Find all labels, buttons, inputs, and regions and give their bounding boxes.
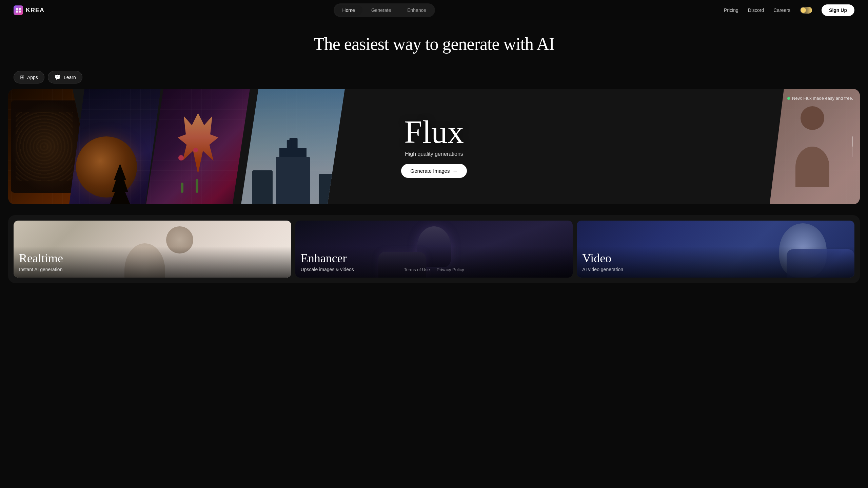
svg-rect-3 — [19, 11, 21, 13]
enhancer-card-content: Enhancer Upscale images & videos — [295, 246, 573, 278]
flux-card[interactable]: Flux High quality generations Generate I… — [8, 89, 860, 204]
navbar-right: Pricing Discord Careers Sign Up — [724, 4, 854, 16]
new-badge-text: New: Flux made easy and free. — [792, 96, 853, 101]
footer-links: Terms of Use Privacy Policy — [404, 267, 464, 272]
terms-link[interactable]: Terms of Use — [404, 267, 430, 272]
careers-link[interactable]: Careers — [773, 7, 790, 13]
discord-link[interactable]: Discord — [748, 7, 764, 13]
logo-icon[interactable] — [14, 5, 23, 15]
flux-subtitle: High quality generations — [405, 151, 463, 157]
video-title: Video — [582, 252, 849, 265]
filter-pills: ⊞ Apps 💬 Learn — [0, 71, 868, 83]
nav-tabs: Home Generate Enhance — [334, 3, 435, 17]
hero-title: The easiest way to generate with AI — [0, 34, 868, 54]
svg-rect-1 — [19, 8, 21, 10]
generate-images-button[interactable]: Generate Images → — [401, 164, 467, 178]
new-dot — [787, 97, 790, 100]
realtime-subtitle: Instant AI generation — [19, 267, 286, 272]
signup-button[interactable]: Sign Up — [822, 4, 854, 16]
tab-generate[interactable]: Generate — [364, 5, 398, 16]
tab-home[interactable]: Home — [335, 5, 362, 16]
new-badge: New: Flux made easy and free. — [787, 96, 853, 101]
realtime-card[interactable]: Realtime Instant AI generation — [14, 221, 291, 278]
apps-icon: ⊞ — [20, 74, 24, 80]
tab-enhance[interactable]: Enhance — [400, 5, 433, 16]
navbar-left: KREA — [14, 5, 44, 15]
pricing-link[interactable]: Pricing — [724, 7, 738, 13]
video-card-content: Video AI video generation — [577, 246, 854, 278]
pill-learn-label: Learn — [64, 75, 76, 80]
pill-apps[interactable]: ⊞ Apps — [14, 71, 44, 83]
main-content: Flux High quality generations Generate I… — [0, 89, 868, 283]
realtime-card-content: Realtime Instant AI generation — [14, 246, 291, 278]
generate-images-label: Generate Images — [411, 168, 450, 174]
theme-toggle-knob — [801, 7, 806, 13]
privacy-link[interactable]: Privacy Policy — [437, 267, 464, 272]
enhancer-title: Enhancer — [301, 252, 568, 265]
svg-rect-2 — [16, 11, 18, 13]
pill-learn[interactable]: 💬 Learn — [48, 71, 82, 83]
flux-title: Flux — [404, 116, 464, 148]
video-subtitle: AI video generation — [582, 267, 849, 272]
learn-icon: 💬 — [54, 74, 61, 80]
theme-toggle[interactable] — [800, 7, 812, 14]
pill-apps-label: Apps — [27, 75, 38, 80]
svg-rect-0 — [16, 8, 18, 10]
navbar: KREA Home Generate Enhance Pricing Disco… — [0, 0, 868, 20]
video-card[interactable]: Video AI video generation — [577, 221, 854, 278]
bottom-section: Realtime Instant AI generation Enhancer — [8, 215, 860, 283]
brand-name: KREA — [26, 7, 44, 14]
realtime-title: Realtime — [19, 252, 286, 265]
scrollbar-indicator[interactable] — [852, 136, 853, 157]
arrow-icon: → — [452, 168, 457, 174]
scrollbar-thumb — [852, 136, 853, 147]
enhancer-card[interactable]: Enhancer Upscale images & videos Terms o… — [295, 221, 573, 278]
flux-overlay: Flux High quality generations Generate I… — [8, 89, 860, 204]
